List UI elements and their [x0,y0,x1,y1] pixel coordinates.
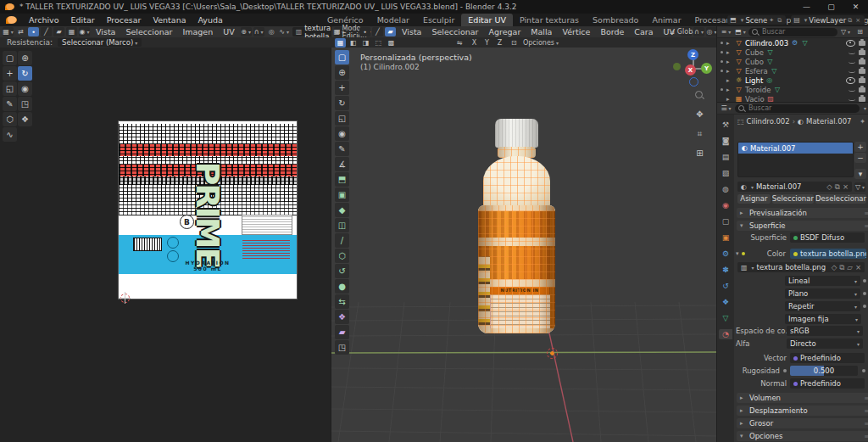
vp-menu-malla[interactable]: Malla [526,27,557,36]
panel-displacement[interactable]: ▸Desplazamiento≡ [737,406,868,416]
editor-type-button[interactable]: ☰▾ [721,104,732,113]
outliner-filter-button[interactable]: ▽▾ [840,27,851,36]
orientation-dropdown[interactable]: ⊿ Global▾ [681,27,692,36]
vp-tool-edge-slide[interactable]: ⇆ [335,294,349,309]
properties-collapse-icon[interactable]: ▾ [864,105,866,111]
vp-tool-bevel[interactable]: ◆ [335,203,349,217]
vp-box-subtract-icon[interactable]: ◨ [360,38,371,48]
uv-snap-target-button[interactable]: ⊕▾ [241,27,252,36]
uv-tool-cursor[interactable]: ⊕ [18,51,32,65]
uv-tool-poly-build[interactable]: ⬡ [3,112,17,126]
camera-visibility-icon[interactable] [859,69,865,74]
panel-options[interactable]: ▾Opciones≡ [737,431,868,441]
properties-search[interactable] [735,104,860,113]
normal-field[interactable]: Predefinido [790,378,865,389]
properties-tab-output[interactable]: ▤ [719,152,732,162]
eye-closed-icon[interactable] [849,50,855,54]
vp-tool-move[interactable]: + [335,81,349,95]
vp-box-new-icon[interactable]: ▦ [335,38,346,48]
close-button[interactable]: ✕ [843,0,868,14]
camera-visibility-icon[interactable] [859,78,865,83]
vp-tool-extrude[interactable]: ⬒ [335,172,349,187]
uv-menu-vista[interactable]: Vista [91,27,120,36]
shader-field[interactable]: BSDF Difuso [790,232,865,243]
snap-magnet-button[interactable]: ∩▾ [693,27,704,36]
vp-tool-cursor[interactable]: ⊕ [335,65,349,80]
uv-menu-imagen[interactable]: Imagen [177,27,218,36]
unlink-icon[interactable]: × [843,182,849,191]
properties-tab-scene[interactable]: ◍ [719,184,732,194]
mirror-z-button[interactable]: Z [494,38,505,48]
mode-dropdown[interactable]: ▦ Modo Edición▾ [347,27,358,36]
eye-closed-icon[interactable] [849,69,855,73]
vp-tool-transform[interactable]: ◉ [335,126,349,141]
uv-tool-select-box[interactable]: ▢ [3,51,17,65]
disclosure-icon[interactable]: ▸ [726,77,732,84]
vp-tool-poly-build[interactable]: ⬡ [335,249,349,263]
outliner-item-cubo[interactable]: ▸▽Cubo▽ [717,57,868,66]
gizmo-minus-z-axis[interactable] [689,77,698,87]
camera-visibility-icon[interactable] [859,87,865,92]
vp-box-intersect-icon[interactable]: ▩ [386,38,397,48]
properties-tab-collection[interactable]: ▢ [719,216,732,227]
eye-closed-icon[interactable] [849,59,855,64]
material-slot-list[interactable]: ◐ Material.007 [737,142,854,177]
expand-node-icon[interactable]: ▾ [736,250,742,257]
3d-cursor[interactable] [547,348,558,359]
properties-search-input[interactable] [747,104,856,113]
pin-icon[interactable]: ✦ [860,117,865,126]
fake-user-shield-icon[interactable]: ◇ [826,182,832,191]
open-image-icon[interactable]: ▱ [847,263,853,271]
projection-dropdown[interactable]: Plano▾ [785,288,860,299]
disclosure-icon[interactable]: ▸ [726,59,732,65]
breadcrumb-object[interactable]: Cilindro.002 [747,117,790,126]
uv-tool-relax[interactable]: ∿ [3,127,17,142]
vp-tool-measure[interactable]: ∡ [335,157,349,171]
properties-tab-tool[interactable]: ⚒ [719,120,732,130]
vector-field[interactable]: Predefinido [790,353,865,363]
eye-open-icon[interactable] [846,40,855,47]
uv-menu-uv[interactable]: UV [218,27,239,36]
menu-ayuda[interactable]: Ayuda [192,14,229,26]
color-texture-field[interactable]: textura botella.png [790,249,866,259]
outliner-search[interactable] [748,28,837,36]
panel-preview[interactable]: ▸Previsualización≡ [737,208,868,218]
disclosure-icon[interactable]: ▸ [726,87,732,93]
menu-editar[interactable]: Editar [65,14,101,26]
workspace-tab-animar[interactable]: Animar [645,14,687,26]
vp-tool-knife[interactable]: / [335,233,349,248]
vp-face-mode-icon[interactable]: ▰ [385,27,396,36]
disclosure-icon[interactable]: ▸ [726,40,732,47]
panel-thickness[interactable]: ▸Grosor≡ [737,418,868,428]
outliner-search-input[interactable] [760,27,834,36]
snap-individual-icon[interactable]: ⊡ [509,38,520,48]
uv-2d-cursor[interactable] [120,294,130,303]
new-layer-icon[interactable]: ⧉ [848,17,852,24]
menu-ventana[interactable]: Ventana [147,14,192,26]
assign-button[interactable]: Asignar [737,194,771,204]
deselect-button[interactable]: Deseleccionar [815,194,866,204]
eye-open-icon[interactable] [846,77,855,84]
vp-menu-cara[interactable]: Cara [629,27,658,36]
outliner-options-icon[interactable]: ⊞ [854,27,865,36]
outliner-item-cube[interactable]: ▸▽Cube▽ [717,48,868,57]
workspace-tab-sombreado[interactable]: Sombreado [586,14,645,26]
scene-selector[interactable]: ⬒▾ Scene ✦ ⧉ [727,15,786,25]
uv-pivot-button[interactable]: ◉▾ [79,27,90,36]
uv-proportional-icon[interactable]: ◎ [266,27,277,36]
gizmo-minus-y-axis[interactable] [673,63,681,70]
minimize-button[interactable]: — [794,0,819,14]
image-datablock[interactable]: ▥▾ textura botella.png ◇ ⧉ ▱ × [737,262,865,272]
zoom-icon[interactable] [693,88,706,101]
vp-tool-spin[interactable]: ↺ [335,264,349,278]
vp-tool-scale[interactable]: ◱ [335,111,349,126]
duplicate-icon[interactable]: ⧉ [839,263,844,272]
workspace-tab-editar-uv[interactable]: Editar UV [461,14,513,26]
disclosure-icon[interactable]: ▸ [726,49,732,56]
camera-visibility-icon[interactable] [859,50,865,55]
blender-menu-icon[interactable] [6,16,17,24]
extension-dropdown[interactable]: Repetir▾ [785,301,860,311]
uv-island-mode-icon[interactable]: ▦ [66,27,77,36]
mirror-x-button[interactable]: X [469,38,480,48]
material-datablock[interactable]: ◐▾ Material.007 ◇ ⧉ × [737,182,852,192]
